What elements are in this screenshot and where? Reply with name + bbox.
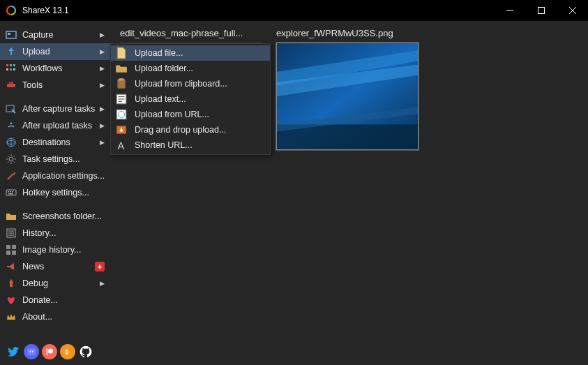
sidebar-item-about[interactable]: About... — [0, 308, 110, 325]
sidebar-item-label: Workflows — [22, 64, 62, 73]
chevron-right-icon: ▶ — [100, 31, 105, 38]
thumbnail-card[interactable]: explorer_fWPRMwU3SS.png — [276, 28, 419, 150]
folder-open-icon — [6, 211, 17, 222]
news-badge: + — [95, 262, 105, 271]
sidebar-item-task-settings[interactable]: Task settings... — [0, 151, 110, 167]
menu-item-upload-url[interactable]: Upload from URL... — [111, 107, 270, 122]
drag-icon — [115, 124, 128, 136]
text-icon — [115, 93, 128, 105]
svg-rect-12 — [13, 68, 15, 70]
svg-rect-13 — [7, 84, 15, 87]
sidebar-item-history[interactable]: History... — [0, 225, 110, 241]
sidebar-item-donate[interactable]: Donate... — [0, 292, 110, 308]
chevron-right-icon: ▶ — [100, 280, 105, 287]
svg-point-35 — [48, 349, 53, 354]
bitcoin-icon[interactable]: ₿ — [60, 344, 75, 359]
menu-item-shorten-url[interactable]: A Shorten URL... — [111, 137, 270, 153]
discord-icon[interactable] — [24, 344, 39, 359]
svg-rect-14 — [9, 82, 13, 84]
menu-item-upload-folder[interactable]: Upload folder... — [111, 61, 270, 76]
folder-icon — [115, 62, 128, 75]
sidebar-item-debug[interactable]: Debug ▶ — [0, 275, 110, 292]
menu-item-upload-clipboard[interactable]: Upload from clipboard... — [111, 76, 270, 91]
sidebar-item-tools[interactable]: Tools ▶ — [0, 77, 110, 94]
patreon-icon[interactable] — [42, 344, 57, 359]
url-icon — [115, 108, 128, 121]
twitter-icon[interactable] — [6, 344, 21, 359]
after-upload-icon — [6, 120, 17, 131]
svg-text:₿: ₿ — [65, 349, 68, 355]
svg-rect-34 — [47, 349, 48, 355]
sidebar-item-app-settings[interactable]: Application settings... — [0, 167, 110, 184]
minimize-button[interactable] — [494, 0, 525, 21]
svg-rect-32 — [12, 251, 16, 255]
sidebar-item-label: Debug — [22, 278, 48, 288]
sidebar-item-after-upload[interactable]: After upload tasks ▶ — [0, 117, 110, 134]
app-icon — [6, 5, 17, 16]
svg-rect-6 — [8, 33, 10, 35]
svg-rect-8 — [10, 64, 12, 66]
menu-item-label: Drag and drop upload... — [135, 125, 226, 135]
svg-rect-11 — [10, 68, 12, 70]
keyboard-icon — [6, 187, 17, 198]
sidebar-item-label: Donate... — [22, 295, 58, 305]
menu-item-label: Upload from clipboard... — [135, 79, 227, 89]
sidebar-item-hotkey[interactable]: Hotkey settings... — [0, 184, 110, 201]
heart-icon — [6, 295, 17, 306]
menu-item-drag-drop[interactable]: Drag and drop upload... — [111, 122, 270, 137]
menu-item-upload-file[interactable]: Upload file... — [111, 45, 270, 61]
sidebar-item-destinations[interactable]: Destinations ▶ — [0, 134, 110, 151]
sidebar-item-label: After capture tasks — [22, 104, 95, 114]
megaphone-icon — [6, 261, 17, 272]
chevron-right-icon: ▶ — [100, 122, 105, 129]
gear-icon — [6, 154, 17, 165]
maximize-button[interactable] — [525, 0, 557, 21]
sidebar-item-label: News — [22, 262, 44, 271]
sidebar: Capture ▶ Upload ▶ Workflows ▶ Tools ▶ — [0, 21, 110, 365]
chevron-right-icon: ▶ — [100, 82, 105, 89]
capture-icon — [6, 29, 17, 40]
svg-rect-29 — [6, 245, 10, 249]
svg-text:A: A — [117, 140, 124, 151]
svg-rect-20 — [6, 190, 16, 195]
crown-icon — [6, 311, 17, 322]
svg-rect-10 — [6, 68, 8, 70]
sidebar-item-capture[interactable]: Capture ▶ — [0, 27, 110, 43]
sidebar-item-label: Tools — [22, 80, 43, 90]
sidebar-item-workflows[interactable]: Workflows ▶ — [0, 60, 110, 77]
workflows-icon — [6, 63, 17, 74]
chevron-right-icon: ▶ — [100, 105, 105, 112]
svg-rect-31 — [6, 251, 10, 255]
svg-rect-33 — [10, 283, 13, 287]
thumbnail-name: explorer_fWPRMwU3SS.png — [276, 28, 419, 38]
svg-rect-41 — [119, 78, 124, 80]
chevron-right-icon: ▶ — [100, 48, 105, 55]
sidebar-item-news[interactable]: News + — [0, 258, 110, 275]
menu-item-label: Upload file... — [135, 48, 183, 58]
svg-point-19 — [9, 157, 13, 161]
sidebar-item-label: Image history... — [22, 245, 82, 255]
titlebar: ShareX 13.1 — [0, 0, 588, 21]
sidebar-item-after-capture[interactable]: After capture tasks ▶ — [0, 100, 110, 117]
svg-rect-21 — [8, 191, 9, 193]
github-icon[interactable] — [78, 344, 93, 359]
sidebar-item-label: Capture — [22, 30, 53, 40]
sidebar-item-label: Hotkey settings... — [22, 188, 89, 198]
close-button[interactable] — [557, 0, 588, 21]
sidebar-item-screenshots-folder[interactable]: Screenshots folder... — [0, 208, 110, 225]
menu-item-label: Shorten URL... — [135, 140, 193, 150]
after-capture-icon — [6, 103, 17, 114]
chevron-right-icon: ▶ — [100, 139, 105, 146]
sidebar-item-label: Application settings... — [22, 171, 105, 181]
svg-rect-7 — [6, 64, 8, 66]
sidebar-item-label: Task settings... — [22, 154, 80, 164]
wrench-icon — [6, 170, 17, 181]
sidebar-item-image-history[interactable]: Image history... — [0, 241, 110, 258]
menu-item-upload-text[interactable]: Upload text... — [111, 91, 270, 107]
svg-rect-9 — [13, 64, 15, 66]
menu-item-label: Upload folder... — [135, 64, 193, 73]
thumbnail-box[interactable] — [276, 43, 419, 150]
svg-rect-22 — [10, 191, 11, 193]
sidebar-item-upload[interactable]: Upload ▶ — [0, 43, 110, 60]
image-history-icon — [6, 244, 17, 255]
